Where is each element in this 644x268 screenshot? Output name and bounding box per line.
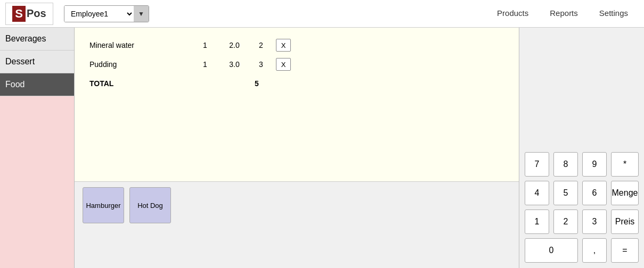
nav-reports[interactable]: Reports (539, 0, 589, 27)
employee-select[interactable]: Employee1 Employee2 (64, 6, 134, 22)
num-comma[interactable]: , (582, 238, 607, 263)
dropdown-arrow-icon[interactable]: ▼ (134, 6, 149, 22)
numpad-row-3: 1 2 3 Preis (525, 210, 639, 234)
order-area: Mineral water 1 2.0 2 X Pudding 1 3.0 3 (75, 28, 519, 182)
logo: S Pos (5, 3, 53, 25)
num-preis[interactable]: Preis (611, 210, 639, 234)
order-item-name-1: Mineral water (85, 36, 192, 55)
order-item-total-2: 3 (250, 55, 272, 74)
main-layout: Beverages Dessert Food Mineral water 1 2… (0, 28, 644, 268)
num-menge[interactable]: Menge (611, 181, 639, 205)
num-2[interactable]: 2 (553, 210, 578, 234)
order-item-qty-2: 1 (192, 55, 218, 74)
num-1[interactable]: 1 (525, 210, 549, 234)
order-item-remove-2-cell: X (272, 55, 508, 74)
remove-item-1-button[interactable]: X (276, 39, 291, 52)
order-item-qty-1: 1 (192, 36, 218, 55)
num-7[interactable]: 7 (525, 152, 549, 177)
num-9[interactable]: 9 (582, 152, 607, 177)
category-beverages[interactable]: Beverages (0, 28, 74, 51)
products-area: Hamburger Hot Dog (75, 182, 519, 268)
order-row-1: Mineral water 1 2.0 2 X (85, 36, 508, 55)
total-btn-empty (272, 74, 508, 93)
order-item-price-1: 2.0 (218, 36, 250, 55)
category-food[interactable]: Food (0, 73, 74, 96)
total-label: TOTAL (85, 74, 192, 93)
product-hamburger[interactable]: Hamburger (83, 187, 124, 223)
num-3[interactable]: 3 (582, 210, 607, 234)
category-dessert[interactable]: Dessert (0, 51, 74, 73)
categories-panel: Beverages Dessert Food (0, 28, 75, 268)
numpad-panel: 7 8 9 * 4 5 6 Menge 1 2 3 Preis 0 , = (519, 28, 644, 268)
employee-select-wrapper[interactable]: Employee1 Employee2 ▼ (64, 5, 149, 22)
numpad-row-2: 4 5 6 Menge (525, 181, 639, 205)
order-table: Mineral water 1 2.0 2 X Pudding 1 3.0 3 (85, 36, 508, 93)
num-6[interactable]: 6 (582, 181, 607, 205)
remove-item-2-button[interactable]: X (276, 58, 291, 71)
order-item-price-2: 3.0 (218, 55, 250, 74)
header: S Pos Employee1 Employee2 ▼ Products Rep… (0, 0, 644, 28)
total-price-empty (218, 74, 250, 93)
num-multiply[interactable]: * (611, 152, 639, 177)
order-item-name-2: Pudding (85, 55, 192, 74)
order-row-2: Pudding 1 3.0 3 X (85, 55, 508, 74)
numpad-row-4: 0 , = (525, 238, 639, 263)
numpad-row-1: 7 8 9 * (525, 152, 639, 177)
order-total-row: TOTAL 5 (85, 74, 508, 93)
num-5[interactable]: 5 (553, 181, 578, 205)
nav-products[interactable]: Products (486, 0, 539, 27)
order-item-total-1: 2 (250, 36, 272, 55)
logo-s-letter: S (12, 6, 26, 22)
num-equals[interactable]: = (611, 238, 639, 263)
num-0[interactable]: 0 (525, 238, 578, 263)
nav-settings[interactable]: Settings (589, 0, 639, 27)
product-hotdog[interactable]: Hot Dog (129, 187, 171, 223)
num-8[interactable]: 8 (553, 152, 578, 177)
num-4[interactable]: 4 (525, 181, 549, 205)
total-value: 5 (250, 74, 272, 93)
category-empty-area (0, 96, 74, 268)
order-item-remove-1-cell: X (272, 36, 508, 55)
center-panel: Mineral water 1 2.0 2 X Pudding 1 3.0 3 (75, 28, 519, 268)
total-qty-empty (192, 74, 218, 93)
logo-pos-text: Pos (27, 7, 46, 20)
